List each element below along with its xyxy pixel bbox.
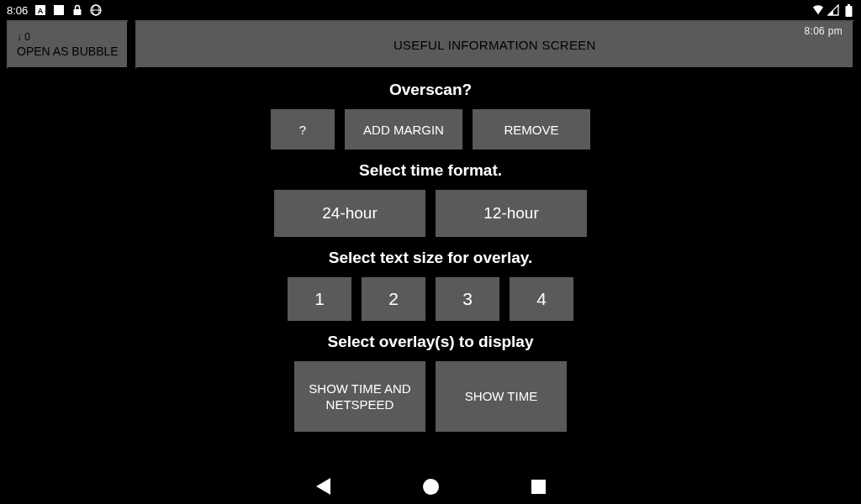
add-margin-button[interactable]: ADD MARGIN	[345, 109, 462, 150]
time-24-hour-button[interactable]: 24-hour	[274, 190, 425, 237]
info-screen-label: USEFUL INFORMATION SCREEN	[394, 38, 596, 52]
wifi-icon	[812, 4, 824, 16]
overscan-heading: Overscan?	[389, 81, 472, 99]
svg-rect-2	[74, 9, 82, 15]
nav-back-button[interactable]	[316, 478, 330, 495]
overscan-help-button[interactable]: ?	[271, 109, 335, 150]
nav-home-button[interactable]	[423, 479, 439, 495]
text-size-row: 1 2 3 4	[288, 277, 573, 321]
useful-information-screen-button[interactable]: 8:06 pm USEFUL INFORMATION SCREEN	[135, 20, 854, 69]
header-row: ↓ 0 OPEN AS BUBBLE 8:06 pm USEFUL INFORM…	[0, 20, 861, 69]
time-format-heading: Select time format.	[359, 161, 502, 180]
open-as-bubble-button[interactable]: ↓ 0 OPEN AS BUBBLE	[7, 20, 129, 69]
text-size-heading: Select text size for overlay.	[329, 249, 533, 267]
text-size-1-button[interactable]: 1	[288, 277, 351, 321]
bubble-download-indicator: ↓ 0	[17, 31, 30, 43]
overlay-heading: Select overlay(s) to display	[328, 333, 534, 351]
status-left: 8:06 A	[7, 4, 102, 17]
overlay-clock: 8:06 pm	[805, 25, 843, 37]
content: Overscan? ? ADD MARGIN REMOVE Select tim…	[0, 69, 861, 432]
svg-rect-4	[848, 4, 850, 6]
navigation-bar	[0, 469, 861, 504]
remove-margin-button[interactable]: REMOVE	[473, 109, 590, 150]
app-a-icon: A	[34, 4, 46, 16]
bubble-label: OPEN AS BUBBLE	[17, 45, 119, 58]
show-time-netspeed-button[interactable]: SHOW TIME AND NETSPEED	[294, 361, 425, 432]
text-size-2-button[interactable]: 2	[362, 277, 425, 321]
time-12-hour-button[interactable]: 12-hour	[436, 190, 587, 237]
globe-icon	[90, 4, 102, 16]
status-time: 8:06	[7, 4, 28, 17]
time-format-row: 24-hour 12-hour	[274, 190, 587, 237]
square-icon	[53, 4, 65, 16]
overscan-row: ? ADD MARGIN REMOVE	[271, 109, 590, 150]
svg-text:A: A	[38, 7, 44, 15]
battery-icon	[843, 4, 854, 16]
lock-icon	[71, 4, 83, 16]
show-time-button[interactable]: SHOW TIME	[436, 361, 567, 432]
text-size-4-button[interactable]: 4	[510, 277, 573, 321]
text-size-3-button[interactable]: 3	[436, 277, 499, 321]
overlay-row: SHOW TIME AND NETSPEED SHOW TIME	[294, 361, 567, 432]
nav-recent-button[interactable]	[531, 480, 546, 494]
signal-icon	[827, 4, 839, 16]
status-right	[812, 4, 854, 16]
status-bar: 8:06 A	[0, 0, 861, 20]
svg-rect-5	[845, 6, 852, 17]
